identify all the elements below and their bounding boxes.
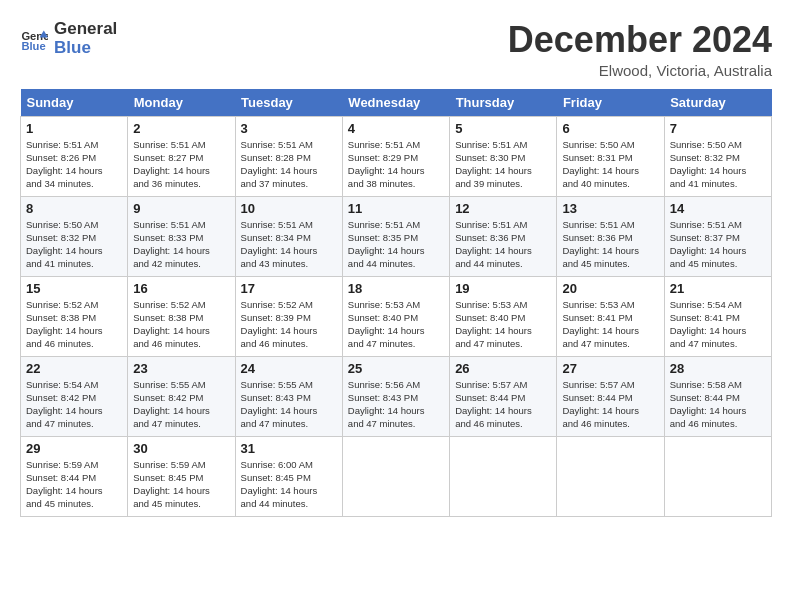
day-info: Sunrise: 5:51 AMSunset: 8:30 PMDaylight:… xyxy=(455,138,551,191)
logo-icon: General Blue xyxy=(20,25,48,53)
day-cell xyxy=(450,436,557,516)
day-number: 3 xyxy=(241,121,337,136)
day-number: 2 xyxy=(133,121,229,136)
day-info: Sunrise: 5:51 AMSunset: 8:28 PMDaylight:… xyxy=(241,138,337,191)
day-number: 8 xyxy=(26,201,122,216)
day-info: Sunrise: 5:51 AMSunset: 8:36 PMDaylight:… xyxy=(455,218,551,271)
day-info: Sunrise: 5:50 AMSunset: 8:31 PMDaylight:… xyxy=(562,138,658,191)
day-number: 25 xyxy=(348,361,444,376)
day-number: 28 xyxy=(670,361,766,376)
calendar-header-row: SundayMondayTuesdayWednesdayThursdayFrid… xyxy=(21,89,772,117)
day-info: Sunrise: 5:59 AMSunset: 8:45 PMDaylight:… xyxy=(133,458,229,511)
month-title: December 2024 xyxy=(508,20,772,60)
day-number: 20 xyxy=(562,281,658,296)
header-saturday: Saturday xyxy=(664,89,771,117)
day-number: 31 xyxy=(241,441,337,456)
day-info: Sunrise: 5:59 AMSunset: 8:44 PMDaylight:… xyxy=(26,458,122,511)
day-cell: 19Sunrise: 5:53 AMSunset: 8:40 PMDayligh… xyxy=(450,276,557,356)
day-cell: 7Sunrise: 5:50 AMSunset: 8:32 PMDaylight… xyxy=(664,116,771,196)
logo: General Blue General Blue xyxy=(20,20,117,57)
day-number: 18 xyxy=(348,281,444,296)
day-number: 1 xyxy=(26,121,122,136)
day-cell: 8Sunrise: 5:50 AMSunset: 8:32 PMDaylight… xyxy=(21,196,128,276)
week-row-3: 15Sunrise: 5:52 AMSunset: 8:38 PMDayligh… xyxy=(21,276,772,356)
day-cell xyxy=(557,436,664,516)
day-cell: 26Sunrise: 5:57 AMSunset: 8:44 PMDayligh… xyxy=(450,356,557,436)
day-number: 11 xyxy=(348,201,444,216)
day-number: 10 xyxy=(241,201,337,216)
day-number: 7 xyxy=(670,121,766,136)
day-cell: 28Sunrise: 5:58 AMSunset: 8:44 PMDayligh… xyxy=(664,356,771,436)
day-number: 17 xyxy=(241,281,337,296)
day-info: Sunrise: 5:52 AMSunset: 8:39 PMDaylight:… xyxy=(241,298,337,351)
day-number: 30 xyxy=(133,441,229,456)
title-block: December 2024 Elwood, Victoria, Australi… xyxy=(508,20,772,79)
day-cell: 20Sunrise: 5:53 AMSunset: 8:41 PMDayligh… xyxy=(557,276,664,356)
day-number: 14 xyxy=(670,201,766,216)
day-cell: 11Sunrise: 5:51 AMSunset: 8:35 PMDayligh… xyxy=(342,196,449,276)
svg-text:Blue: Blue xyxy=(21,40,45,52)
day-cell: 22Sunrise: 5:54 AMSunset: 8:42 PMDayligh… xyxy=(21,356,128,436)
day-cell: 18Sunrise: 5:53 AMSunset: 8:40 PMDayligh… xyxy=(342,276,449,356)
day-cell: 29Sunrise: 5:59 AMSunset: 8:44 PMDayligh… xyxy=(21,436,128,516)
day-cell: 6Sunrise: 5:50 AMSunset: 8:31 PMDaylight… xyxy=(557,116,664,196)
day-cell: 10Sunrise: 5:51 AMSunset: 8:34 PMDayligh… xyxy=(235,196,342,276)
day-number: 24 xyxy=(241,361,337,376)
day-cell: 12Sunrise: 5:51 AMSunset: 8:36 PMDayligh… xyxy=(450,196,557,276)
day-cell: 27Sunrise: 5:57 AMSunset: 8:44 PMDayligh… xyxy=(557,356,664,436)
day-number: 26 xyxy=(455,361,551,376)
week-row-2: 8Sunrise: 5:50 AMSunset: 8:32 PMDaylight… xyxy=(21,196,772,276)
day-number: 12 xyxy=(455,201,551,216)
logo-blue: Blue xyxy=(54,39,117,58)
day-cell: 9Sunrise: 5:51 AMSunset: 8:33 PMDaylight… xyxy=(128,196,235,276)
header-friday: Friday xyxy=(557,89,664,117)
day-cell: 4Sunrise: 5:51 AMSunset: 8:29 PMDaylight… xyxy=(342,116,449,196)
day-info: Sunrise: 5:57 AMSunset: 8:44 PMDaylight:… xyxy=(455,378,551,431)
day-info: Sunrise: 5:55 AMSunset: 8:43 PMDaylight:… xyxy=(241,378,337,431)
day-info: Sunrise: 5:53 AMSunset: 8:40 PMDaylight:… xyxy=(348,298,444,351)
day-cell: 25Sunrise: 5:56 AMSunset: 8:43 PMDayligh… xyxy=(342,356,449,436)
day-cell: 5Sunrise: 5:51 AMSunset: 8:30 PMDaylight… xyxy=(450,116,557,196)
day-number: 29 xyxy=(26,441,122,456)
day-number: 6 xyxy=(562,121,658,136)
day-info: Sunrise: 5:53 AMSunset: 8:40 PMDaylight:… xyxy=(455,298,551,351)
day-info: Sunrise: 5:51 AMSunset: 8:26 PMDaylight:… xyxy=(26,138,122,191)
week-row-1: 1Sunrise: 5:51 AMSunset: 8:26 PMDaylight… xyxy=(21,116,772,196)
header-tuesday: Tuesday xyxy=(235,89,342,117)
day-info: Sunrise: 5:52 AMSunset: 8:38 PMDaylight:… xyxy=(133,298,229,351)
header-wednesday: Wednesday xyxy=(342,89,449,117)
day-info: Sunrise: 5:55 AMSunset: 8:42 PMDaylight:… xyxy=(133,378,229,431)
day-number: 15 xyxy=(26,281,122,296)
day-cell: 13Sunrise: 5:51 AMSunset: 8:36 PMDayligh… xyxy=(557,196,664,276)
day-info: Sunrise: 5:51 AMSunset: 8:36 PMDaylight:… xyxy=(562,218,658,271)
day-info: Sunrise: 5:50 AMSunset: 8:32 PMDaylight:… xyxy=(670,138,766,191)
day-cell: 31Sunrise: 6:00 AMSunset: 8:45 PMDayligh… xyxy=(235,436,342,516)
day-cell: 23Sunrise: 5:55 AMSunset: 8:42 PMDayligh… xyxy=(128,356,235,436)
header-thursday: Thursday xyxy=(450,89,557,117)
day-cell: 21Sunrise: 5:54 AMSunset: 8:41 PMDayligh… xyxy=(664,276,771,356)
day-cell: 14Sunrise: 5:51 AMSunset: 8:37 PMDayligh… xyxy=(664,196,771,276)
day-number: 5 xyxy=(455,121,551,136)
day-number: 22 xyxy=(26,361,122,376)
day-info: Sunrise: 5:56 AMSunset: 8:43 PMDaylight:… xyxy=(348,378,444,431)
day-number: 16 xyxy=(133,281,229,296)
day-cell: 3Sunrise: 5:51 AMSunset: 8:28 PMDaylight… xyxy=(235,116,342,196)
day-number: 21 xyxy=(670,281,766,296)
day-info: Sunrise: 6:00 AMSunset: 8:45 PMDaylight:… xyxy=(241,458,337,511)
day-info: Sunrise: 5:51 AMSunset: 8:33 PMDaylight:… xyxy=(133,218,229,271)
header-monday: Monday xyxy=(128,89,235,117)
week-row-4: 22Sunrise: 5:54 AMSunset: 8:42 PMDayligh… xyxy=(21,356,772,436)
day-info: Sunrise: 5:52 AMSunset: 8:38 PMDaylight:… xyxy=(26,298,122,351)
day-cell xyxy=(664,436,771,516)
day-info: Sunrise: 5:51 AMSunset: 8:29 PMDaylight:… xyxy=(348,138,444,191)
day-cell: 17Sunrise: 5:52 AMSunset: 8:39 PMDayligh… xyxy=(235,276,342,356)
day-number: 19 xyxy=(455,281,551,296)
day-cell: 16Sunrise: 5:52 AMSunset: 8:38 PMDayligh… xyxy=(128,276,235,356)
page-header: General Blue General Blue December 2024 … xyxy=(20,20,772,79)
day-info: Sunrise: 5:51 AMSunset: 8:35 PMDaylight:… xyxy=(348,218,444,271)
day-info: Sunrise: 5:58 AMSunset: 8:44 PMDaylight:… xyxy=(670,378,766,431)
day-cell: 30Sunrise: 5:59 AMSunset: 8:45 PMDayligh… xyxy=(128,436,235,516)
day-info: Sunrise: 5:51 AMSunset: 8:34 PMDaylight:… xyxy=(241,218,337,271)
day-number: 13 xyxy=(562,201,658,216)
day-cell: 15Sunrise: 5:52 AMSunset: 8:38 PMDayligh… xyxy=(21,276,128,356)
